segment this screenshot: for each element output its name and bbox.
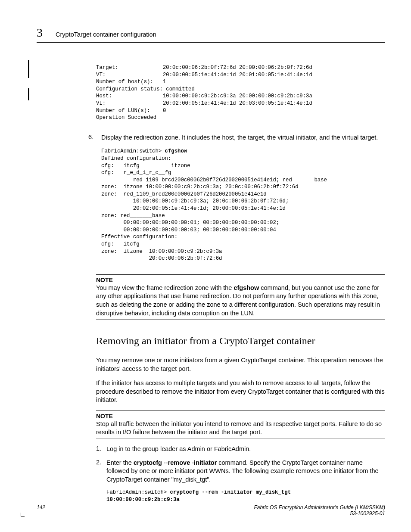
page-number: 142 [37,504,45,516]
step-number: 2. [96,459,106,484]
step-item: 6. Display the redirection zone. It incl… [88,134,385,142]
body-paragraph: You may remove one or more initiators fr… [96,356,385,373]
note-body: Stop all traffic between the initiator y… [96,420,385,437]
chapter-number: 3 [37,26,43,40]
body-paragraph: If the initiator has access to multiple … [96,379,385,404]
step-item: 1. Log in to the group leader as Admin o… [96,445,385,454]
step-number: 6. [88,134,101,142]
note-body: You may view the frame redirection zone … [96,284,385,317]
note-label: NOTE [96,413,385,420]
console-output: FabricAdmin:switch> cryptocfg --rem -ini… [106,489,385,503]
note-block: NOTE You may view the frame redirection … [96,274,385,320]
step-text: Display the redirection zone. It include… [101,134,378,142]
step-item: 2. Enter the cryptocfg --remove -initiat… [96,459,385,484]
step-list: 1. Log in to the group leader as Admin o… [96,445,385,484]
running-header: 3 CryptoTarget container configuration [37,26,385,43]
change-bar [28,60,29,78]
step-text: Enter the cryptocfg --remove -initiator … [106,459,385,484]
note-block: NOTE Stop all traffic between the initia… [96,411,385,439]
header-title: CryptoTarget container configuration [56,31,156,38]
section-heading: Removing an initiator from a CryptoTarge… [96,335,385,347]
crop-mark-icon [21,513,25,516]
change-bar [28,88,29,100]
console-output: Target: 20:0c:00:06:2b:0f:72:6d 20:00:00… [96,64,385,121]
note-label: NOTE [96,277,385,283]
page-footer: 142 Fabric OS Encryption Administrator's… [37,504,385,516]
step-text: Log in to the group leader as Admin or F… [106,445,251,454]
console-output: FabricAdmin:switch> cfgshow Defined conf… [101,148,385,262]
footer-doc-info: Fabric OS Encryption Administrator's Gui… [254,504,385,516]
step-number: 1. [96,445,106,454]
